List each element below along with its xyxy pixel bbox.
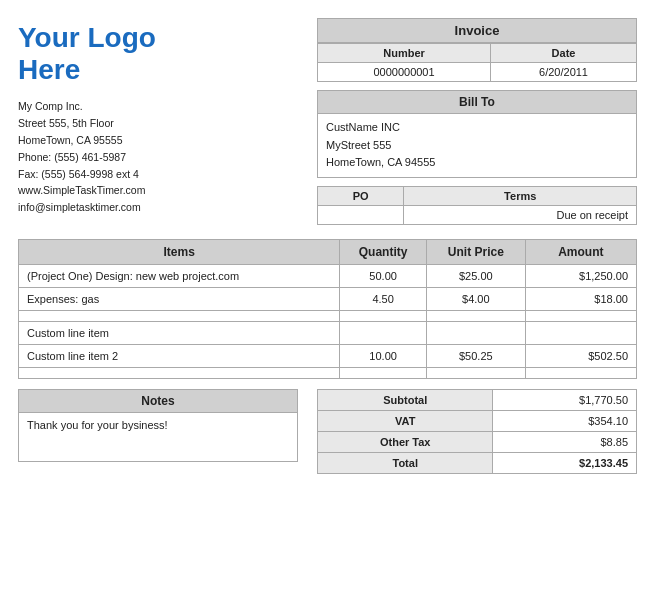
company-info: My Comp Inc. Street 555, 5th Floor HomeT… (18, 98, 156, 216)
company-email: info@simpletasktimer.com (18, 199, 156, 216)
invoice-number: 0000000001 (318, 63, 491, 82)
subtotal-row: Subtotal $1,770.50 (318, 389, 637, 410)
invoice-title: Invoice (317, 18, 637, 43)
item-quantity (340, 321, 427, 344)
item-amount (525, 310, 636, 321)
vat-row: VAT $354.10 (318, 410, 637, 431)
item-quantity: 10.00 (340, 344, 427, 367)
table-row (19, 310, 637, 321)
bottom-section: Notes Thank you for your bysiness! Subto… (18, 389, 637, 474)
item-description: (Project One) Design: new web project.co… (19, 264, 340, 287)
bill-to-body: CustName INC MyStreet 555 HomeTown, CA 9… (317, 113, 637, 178)
item-unit-price (426, 321, 525, 344)
notes-header: Notes (18, 389, 298, 412)
col-amount: Amount (525, 239, 636, 264)
subtotal-label: Subtotal (318, 389, 493, 410)
item-description: Custom line item 2 (19, 344, 340, 367)
item-amount: $18.00 (525, 287, 636, 310)
total-label: Total (318, 452, 493, 473)
date-label: Date (491, 44, 637, 63)
item-unit-price: $25.00 (426, 264, 525, 287)
col-unit-price: Unit Price (426, 239, 525, 264)
bill-to-line2: MyStreet 555 (326, 137, 628, 155)
item-quantity (340, 310, 427, 321)
item-description (19, 367, 340, 378)
table-row: Custom line item 210.00$50.25$502.50 (19, 344, 637, 367)
invoice-date: 6/20/2011 (491, 63, 637, 82)
item-unit-price: $50.25 (426, 344, 525, 367)
po-label: PO (318, 186, 404, 205)
terms-label: Terms (404, 186, 637, 205)
bill-to-line3: HomeTown, CA 94555 (326, 154, 628, 172)
item-amount: $1,250.00 (525, 264, 636, 287)
invoice-right: Invoice Number Date 0000000001 6/20/2011… (317, 18, 637, 225)
item-amount (525, 321, 636, 344)
other-tax-value: $8.85 (493, 431, 637, 452)
item-amount: $502.50 (525, 344, 636, 367)
other-tax-label: Other Tax (318, 431, 493, 452)
company-phone: Phone: (555) 461-5987 (18, 149, 156, 166)
total-value: $2,133.45 (493, 452, 637, 473)
total-row: Total $2,133.45 (318, 452, 637, 473)
item-quantity: 4.50 (340, 287, 427, 310)
company-name: My Comp Inc. (18, 98, 156, 115)
items-table: Items Quantity Unit Price Amount (Projec… (18, 239, 637, 379)
po-terms-table: PO Terms Due on receipt (317, 186, 637, 225)
item-unit-price (426, 310, 525, 321)
item-description: Expenses: gas (19, 287, 340, 310)
item-description: Custom line item (19, 321, 340, 344)
left-column: Your Logo Here My Comp Inc. Street 555, … (18, 18, 156, 216)
item-unit-price (426, 367, 525, 378)
company-address1: Street 555, 5th Floor (18, 115, 156, 132)
item-quantity (340, 367, 427, 378)
vat-label: VAT (318, 410, 493, 431)
other-tax-row: Other Tax $8.85 (318, 431, 637, 452)
notes-body: Thank you for your bysiness! (18, 412, 298, 462)
col-items: Items (19, 239, 340, 264)
subtotal-value: $1,770.50 (493, 389, 637, 410)
po-value (318, 205, 404, 224)
bill-to-line1: CustName INC (326, 119, 628, 137)
table-row: (Project One) Design: new web project.co… (19, 264, 637, 287)
item-quantity: 50.00 (340, 264, 427, 287)
vat-value: $354.10 (493, 410, 637, 431)
item-unit-price: $4.00 (426, 287, 525, 310)
item-amount (525, 367, 636, 378)
logo-line2: Here (18, 54, 80, 85)
logo: Your Logo Here (18, 22, 156, 86)
table-row (19, 367, 637, 378)
col-quantity: Quantity (340, 239, 427, 264)
table-row: Custom line item (19, 321, 637, 344)
items-section: Items Quantity Unit Price Amount (Projec… (18, 239, 637, 379)
notes-box: Notes Thank you for your bysiness! (18, 389, 298, 462)
totals-table: Subtotal $1,770.50 VAT $354.10 Other Tax… (317, 389, 637, 474)
top-section: Your Logo Here My Comp Inc. Street 555, … (18, 18, 637, 225)
item-description (19, 310, 340, 321)
invoice-number-date-table: Number Date 0000000001 6/20/2011 (317, 43, 637, 82)
logo-line1: Your Logo (18, 22, 156, 53)
terms-value: Due on receipt (404, 205, 637, 224)
company-fax: Fax: (555) 564-9998 ext 4 (18, 166, 156, 183)
bill-to-header: Bill To (317, 90, 637, 113)
number-label: Number (318, 44, 491, 63)
table-row: Expenses: gas4.50$4.00$18.00 (19, 287, 637, 310)
company-website: www.SimpleTaskTimer.com (18, 182, 156, 199)
company-address2: HomeTown, CA 95555 (18, 132, 156, 149)
